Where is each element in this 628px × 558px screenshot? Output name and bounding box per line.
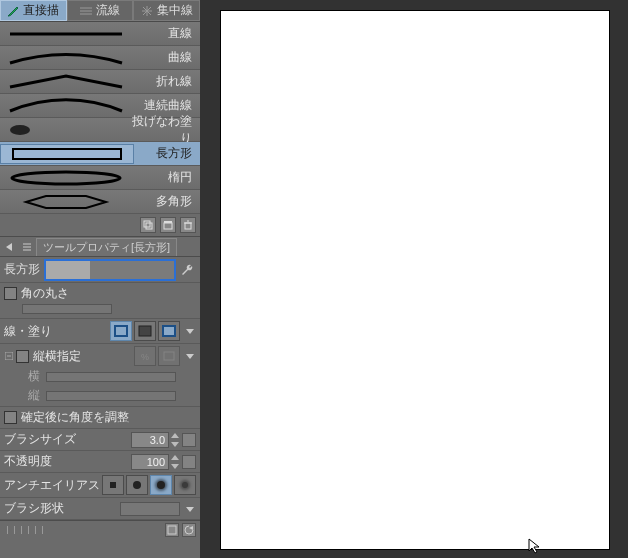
subtool-ellipse[interactable]: 楕円: [0, 166, 200, 190]
aspect-expand-icon[interactable]: [4, 352, 14, 360]
subtool-label: 楕円: [132, 169, 200, 186]
prop-brush-size: ブラシサイズ 3.0: [0, 429, 200, 451]
preview-curve-icon: [0, 48, 132, 68]
subtool-lasso-fill[interactable]: 投げなわ塗り: [0, 118, 200, 142]
shape-mode-option-1[interactable]: [46, 261, 90, 279]
antialias-weak-button[interactable]: [126, 475, 148, 495]
preview-rectangle-icon: [0, 144, 134, 164]
subtool-straight-line[interactable]: 直線: [0, 22, 200, 46]
subtool-list: 直線 曲線 折れ線 連続曲線: [0, 22, 200, 214]
svg-marker-23: [186, 329, 194, 334]
aspect-percent-button[interactable]: %: [134, 346, 156, 366]
shape-mode-option-2[interactable]: [90, 261, 174, 279]
aspect-segmented: %: [134, 346, 180, 366]
canvas[interactable]: [220, 10, 610, 550]
antialias-medium-button[interactable]: [150, 475, 172, 495]
svg-rect-13: [185, 223, 191, 229]
save-preset-button[interactable]: [165, 523, 179, 537]
line-fill-dropdown[interactable]: [184, 324, 196, 338]
subtool-label: 連続曲線: [132, 97, 200, 114]
tool-property-header: ツールプロパティ[長方形]: [0, 237, 200, 257]
svg-rect-21: [139, 326, 151, 336]
aspect-width-slider[interactable]: [46, 372, 176, 382]
spinner-icon[interactable]: [171, 433, 179, 447]
aspect-checkbox[interactable]: [16, 350, 29, 363]
subtool-rectangle[interactable]: 長方形: [0, 142, 200, 166]
prop-aspect: 縦横指定 % 横 縦: [0, 344, 200, 407]
svg-marker-31: [171, 455, 179, 460]
opacity-label: 不透明度: [4, 453, 52, 470]
shape-mode-picker[interactable]: [44, 259, 176, 281]
preview-continuous-curve-icon: [0, 96, 132, 116]
line-fill-both-button[interactable]: [158, 321, 180, 341]
tab-focus-lines[interactable]: 集中線: [133, 0, 200, 21]
line-fill-outline-button[interactable]: [110, 321, 132, 341]
subtool-label: 直線: [132, 25, 200, 42]
prop-angle-after-confirm: 確定後に角度を調整: [0, 407, 200, 429]
svg-rect-34: [168, 526, 176, 534]
brush-size-input[interactable]: 3.0: [131, 432, 169, 448]
brush-shape-preview[interactable]: [120, 502, 180, 516]
collapse-arrow-icon[interactable]: [0, 242, 18, 252]
svg-marker-16: [6, 243, 12, 251]
tab-label: 直接描: [23, 2, 59, 19]
brush-size-dynamics-button[interactable]: [182, 433, 196, 447]
aspect-dropdown[interactable]: [184, 349, 196, 363]
subtool-label: 長方形: [134, 145, 200, 162]
brush-shape-label: ブラシ形状: [4, 500, 64, 517]
brush-size-label: ブラシサイズ: [4, 431, 76, 448]
prop-round-corner: 角の丸さ: [0, 283, 200, 319]
round-corner-checkbox[interactable]: [4, 287, 17, 300]
spinner-icon[interactable]: [171, 455, 179, 469]
svg-marker-29: [171, 433, 179, 438]
round-corner-label: 角の丸さ: [21, 285, 69, 302]
prop-line-fill: 線・塗り: [0, 319, 200, 344]
focus-lines-icon: [141, 5, 153, 17]
aspect-height-slider[interactable]: [46, 391, 176, 401]
svg-rect-27: [164, 352, 174, 360]
antialias-segmented: [102, 475, 196, 495]
tab-direct-draw[interactable]: 直接描: [0, 0, 67, 21]
antialias-none-button[interactable]: [102, 475, 124, 495]
antialias-label: アンチエイリアス: [4, 477, 100, 494]
brush-shape-dropdown[interactable]: [184, 502, 196, 516]
tab-label: 集中線: [157, 2, 193, 19]
aspect-height-label: 縦: [28, 387, 42, 404]
trash-button[interactable]: [180, 217, 196, 233]
subtool-label: 曲線: [132, 49, 200, 66]
menu-icon[interactable]: [18, 242, 36, 252]
svg-rect-11: [164, 223, 172, 229]
opacity-dynamics-button[interactable]: [182, 455, 196, 469]
shape-mode-label: 長方形: [4, 261, 40, 278]
svg-rect-20: [115, 326, 127, 336]
subtool-polyline[interactable]: 折れ線: [0, 70, 200, 94]
angle-after-confirm-checkbox[interactable]: [4, 411, 17, 424]
subtool-label: 折れ線: [132, 73, 200, 90]
aspect-px-button[interactable]: [158, 346, 180, 366]
subtool-polygon[interactable]: 多角形: [0, 190, 200, 214]
copy-subtool-button[interactable]: [140, 217, 156, 233]
prop-antialias: アンチエイリアス: [0, 473, 200, 498]
reset-button[interactable]: [182, 523, 196, 537]
round-corner-slider[interactable]: [22, 304, 112, 314]
antialias-strong-button[interactable]: [174, 475, 196, 495]
new-group-button[interactable]: [160, 217, 176, 233]
preview-polyline-icon: [0, 72, 132, 92]
tab-label: 流線: [96, 2, 120, 19]
subtool-curve[interactable]: 曲線: [0, 46, 200, 70]
tool-property-title: ツールプロパティ[長方形]: [43, 240, 170, 255]
line-fill-filled-button[interactable]: [134, 321, 156, 341]
svg-rect-12: [164, 221, 172, 223]
tab-flow-lines[interactable]: 流線: [67, 0, 134, 21]
tool-settings-button[interactable]: [180, 262, 196, 278]
svg-rect-9: [144, 221, 150, 227]
opacity-input[interactable]: 100: [131, 454, 169, 470]
svg-text:%: %: [141, 352, 149, 362]
svg-marker-28: [186, 354, 194, 359]
tool-property-tab[interactable]: ツールプロパティ[長方形]: [36, 238, 177, 256]
svg-rect-10: [146, 223, 152, 229]
tool-category-tabs: 直接描 流線 集中線: [0, 0, 200, 22]
aspect-label: 縦横指定: [33, 348, 81, 365]
svg-rect-6: [13, 149, 121, 159]
prop-opacity: 不透明度 100: [0, 451, 200, 473]
